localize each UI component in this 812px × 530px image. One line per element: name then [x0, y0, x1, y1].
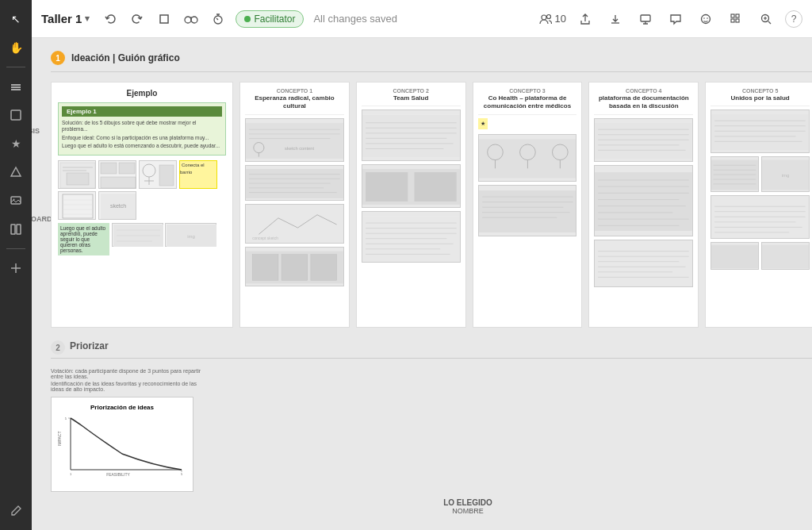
concept-5-frame: CONCEPTO 5 Unidos por la salud img — [705, 82, 812, 328]
section-header: 1 Ideación | Guión gráfico — [51, 51, 812, 65]
sidebar-icon-hand[interactable]: ✋ — [3, 35, 29, 60]
concept-5-header: CONCEPTO 5 Unidos por la salud — [710, 87, 810, 106]
concept-3-title: Co Health – plataforma de comunicación e… — [478, 94, 577, 111]
svg-rect-7 — [11, 225, 15, 234]
svg-rect-122 — [711, 114, 809, 150]
concept-2-img-1 — [362, 109, 461, 161]
sidebar-icon-star[interactable]: ★ — [3, 131, 29, 156]
critique-images: img — [112, 223, 226, 255]
concept-2-frame: CONCEPTO 2 Team Salud — [356, 82, 466, 328]
concept-5-img-5a — [710, 242, 759, 270]
concept-4-header: CONCEPTO 4 plataforma de documentación b… — [594, 87, 693, 115]
user-count-number: 10 — [555, 13, 566, 25]
timer-button[interactable] — [207, 8, 229, 30]
concept-2-header: CONCEPTO 2 Team Salud — [362, 87, 461, 106]
example-title: Ejemplo — [58, 89, 226, 98]
svg-text:img: img — [782, 173, 789, 178]
concept-3-sticky: ★ — [478, 118, 488, 129]
frame-button[interactable] — [153, 8, 175, 30]
svg-rect-57 — [246, 169, 343, 198]
concept-5-bottom-row — [710, 242, 810, 270]
save-status: All changes saved — [313, 13, 397, 25]
concept-4-img-3 — [594, 240, 693, 287]
reactions-button[interactable] — [695, 8, 717, 30]
storyboard-label: STORYBOARD — [32, 215, 52, 223]
facilitator-badge[interactable]: Facilitator — [236, 10, 304, 28]
concept-1-img-1: sketch content — [245, 118, 344, 162]
svg-rect-1 — [11, 86, 21, 88]
main-area: Taller 1 ▾ Facilitator All changes sa — [32, 0, 812, 530]
svg-rect-79 — [362, 217, 460, 259]
svg-rect-22 — [736, 14, 739, 17]
help-button[interactable]: ? — [785, 10, 802, 28]
concept-1-frame: CONCEPTO 1 Esperanza radical, cambio cul… — [239, 82, 350, 328]
undo-button[interactable] — [99, 8, 121, 30]
svg-rect-50 — [246, 123, 343, 159]
svg-rect-2 — [11, 89, 21, 90]
present-button[interactable] — [634, 8, 657, 30]
svg-text:sketch: sketch — [110, 203, 126, 209]
sidebar-icon-pen[interactable] — [3, 498, 29, 524]
sidebar-icon-shapes[interactable] — [3, 159, 29, 185]
svg-text:IMPACT: IMPACT — [58, 431, 62, 446]
workspace-title[interactable]: Taller 1 ▾ — [41, 12, 90, 25]
concept-3-number: CONCEPTO 3 — [478, 87, 577, 94]
facilitator-dot — [244, 16, 251, 22]
comment-button[interactable] — [665, 8, 687, 30]
svg-point-12 — [185, 17, 191, 23]
svg-text:concept sketch: concept sketch — [252, 236, 278, 240]
example-text-3: Luego que el adulto lo está comenzando a… — [62, 143, 222, 149]
lo-elegido-nombre: NOMBRE — [51, 507, 812, 515]
sidebar: ↖ ✋ ★ — [0, 0, 32, 530]
sidebar-icon-book[interactable] — [3, 217, 29, 242]
download-button[interactable] — [604, 8, 626, 30]
svg-rect-8 — [17, 225, 21, 234]
zoom-button[interactable] — [755, 8, 777, 30]
concept-4-img-1 — [594, 118, 693, 162]
concept-5-img-row: img — [710, 156, 810, 192]
topbar-right: 10 ? — [539, 8, 802, 30]
lo-elegido-title: LO ELEGIDO — [51, 498, 812, 507]
svg-rect-66 — [252, 255, 278, 281]
sketch-2 — [98, 160, 136, 189]
svg-rect-144 — [762, 245, 809, 268]
critique-sticky-green: Luego que el adulto aprendió, puede segu… — [58, 223, 109, 255]
concept-5-img-2 — [710, 156, 759, 192]
svg-text:FEASIBILITY: FEASIBILITY — [106, 472, 130, 477]
sidebar-icon-image[interactable] — [3, 188, 29, 213]
svg-rect-143 — [711, 245, 758, 268]
concept-2-title: Team Salud — [362, 94, 461, 102]
concept-2-number: CONCEPTO 2 — [362, 87, 461, 94]
prioritize-chart-area: Priorización de ideas IMPACT — [51, 397, 812, 492]
section-number: 1 — [51, 51, 65, 65]
sidebar-icon-sticky[interactable] — [3, 102, 29, 128]
sidebar-icon-plus[interactable] — [3, 255, 29, 281]
sticky-text: Conecta el barrio — [180, 161, 205, 176]
concept-1-number: CONCEPTO 1 — [245, 87, 344, 94]
svg-point-19 — [703, 17, 705, 19]
share-button[interactable] — [574, 8, 596, 30]
concept-5-img-4 — [710, 195, 810, 239]
prioritize-section: 2 Priorizar Votación: cada participante … — [51, 340, 812, 515]
sidebar-icon-cursor[interactable]: ↖ — [3, 6, 29, 32]
title-chevron: ▾ — [85, 13, 90, 24]
svg-point-20 — [707, 17, 708, 19]
canvas[interactable]: 1 Ideación | Guión gráfico HIPÓTESIS STO… — [32, 38, 812, 530]
concept-4-img-2 — [594, 165, 693, 236]
svg-point-33 — [143, 164, 155, 177]
redo-button[interactable] — [126, 8, 148, 30]
svg-rect-106 — [595, 172, 692, 231]
example-text-2: Enfoque ideal: Como si la participación … — [62, 135, 222, 141]
svg-rect-3 — [11, 110, 21, 120]
svg-text:5: 5 — [181, 472, 183, 476]
svg-rect-87 — [479, 139, 576, 178]
lo-elegido-section: LO ELEGIDO NOMBRE — [51, 498, 812, 515]
grid-button[interactable] — [725, 8, 747, 30]
user-count[interactable]: 10 — [539, 13, 566, 25]
concept-3-header: CONCEPTO 3 Co Health – plataforma de com… — [478, 87, 577, 115]
svg-rect-78 — [414, 173, 456, 202]
sidebar-icon-layers[interactable] — [3, 74, 29, 99]
svg-text:1: 1 — [70, 472, 72, 476]
svg-rect-31 — [119, 163, 135, 174]
binoculars-button[interactable] — [180, 8, 202, 30]
